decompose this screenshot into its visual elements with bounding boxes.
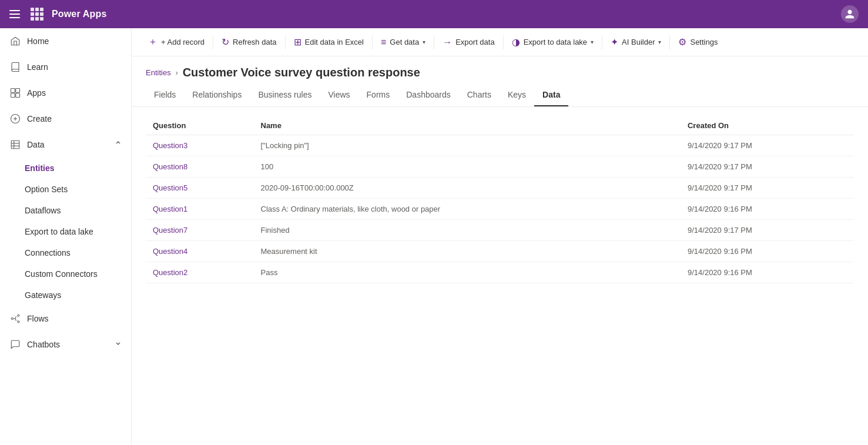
tab-forms[interactable]: Forms <box>358 84 398 106</box>
created-cell-6: 9/14/2020 9:16 PM <box>681 262 854 283</box>
get-data-icon: ≡ <box>381 37 386 48</box>
question-cell-2[interactable]: Question5 <box>146 178 254 199</box>
table-row: Question52020-09-16T00:00:00.000Z9/14/20… <box>146 178 854 199</box>
tab-views[interactable]: Views <box>320 84 358 106</box>
name-cell-2: 2020-09-16T00:00:00.000Z <box>254 178 681 199</box>
entities-label: Entities <box>25 163 55 173</box>
sidebar-item-apps[interactable]: Apps <box>0 80 131 106</box>
refresh-data-button[interactable]: ↻ Refresh data <box>215 31 283 54</box>
question-cell-3[interactable]: Question1 <box>146 199 254 220</box>
export-data-lake-label: Export to data lake <box>25 227 93 236</box>
data-chevron-icon <box>115 140 122 149</box>
sidebar-sub-item-export-data-lake[interactable]: Export to data lake <box>0 221 131 242</box>
name-cell-0: ["Locking pin"] <box>254 135 681 156</box>
ai-builder-chevron: ▾ <box>658 39 661 45</box>
sidebar-item-flows-label: Flows <box>27 314 49 323</box>
breadcrumb-entities-link[interactable]: Entities <box>146 68 171 77</box>
get-data-button[interactable]: ≡ Get data ▾ <box>374 31 433 54</box>
export-data-label: Export data <box>455 38 495 46</box>
tabs-bar: Fields Relationships Business rules View… <box>132 84 868 107</box>
settings-button[interactable]: ⚙ Settings <box>671 31 725 54</box>
col-header-name[interactable]: Name <box>254 116 681 135</box>
settings-label: Settings <box>690 38 718 46</box>
data-icon <box>9 139 21 150</box>
option-sets-label: Option Sets <box>25 185 68 194</box>
tab-fields[interactable]: Fields <box>146 84 184 106</box>
app-logo-area[interactable]: Power Apps <box>9 8 106 21</box>
tab-charts[interactable]: Charts <box>459 84 500 106</box>
app-title: Power Apps <box>52 9 106 19</box>
created-cell-1: 9/14/2020 9:17 PM <box>681 156 854 178</box>
question-cell-1[interactable]: Question8 <box>146 156 254 178</box>
created-cell-3: 9/14/2020 9:16 PM <box>681 199 854 220</box>
ai-builder-button[interactable]: ✦ AI Builder ▾ <box>604 31 668 54</box>
question-cell-6[interactable]: Question2 <box>146 262 254 283</box>
svg-point-13 <box>18 321 19 323</box>
tab-dashboards[interactable]: Dashboards <box>398 84 459 106</box>
name-cell-5: Measurement kit <box>254 241 681 262</box>
created-cell-5: 9/14/2020 9:16 PM <box>681 241 854 262</box>
data-table: Question Name Created On Question3["Lock… <box>146 116 854 283</box>
tab-relationships[interactable]: Relationships <box>184 84 250 106</box>
add-record-label: + Add record <box>161 38 205 46</box>
tab-keys[interactable]: Keys <box>500 84 534 106</box>
sidebar-sub-item-entities[interactable]: Entities <box>0 158 131 179</box>
sidebar-sub-item-connections[interactable]: Connections <box>0 242 131 263</box>
hamburger-menu-icon[interactable] <box>9 10 20 18</box>
col-header-created[interactable]: Created On <box>681 116 854 135</box>
sidebar-sub-item-custom-connectors[interactable]: Custom Connectors <box>0 263 131 285</box>
name-cell-4: Finished <box>254 220 681 241</box>
sidebar-item-chatbots-label: Chatbots <box>27 340 60 349</box>
export-data-lake-label: Export to data lake <box>524 38 587 46</box>
sidebar-item-home-label: Home <box>27 36 49 46</box>
created-cell-2: 9/14/2020 9:17 PM <box>681 178 854 199</box>
sidebar-item-create-label: Create <box>27 114 52 123</box>
table-row: Question2Pass9/14/2020 9:16 PM <box>146 262 854 283</box>
main-layout: Home Learn Apps Create Data <box>0 28 868 445</box>
tab-business-rules[interactable]: Business rules <box>250 84 320 106</box>
sidebar-item-data[interactable]: Data <box>0 132 131 158</box>
col-header-question[interactable]: Question <box>146 116 254 135</box>
tab-data[interactable]: Data <box>534 84 568 106</box>
svg-point-12 <box>18 314 19 316</box>
home-icon <box>9 35 21 47</box>
export-data-button[interactable]: → Export data <box>435 31 502 54</box>
data-lake-chevron: ▾ <box>591 39 594 45</box>
edit-excel-label: Edit data in Excel <box>305 38 364 46</box>
svg-rect-3 <box>16 93 20 98</box>
question-cell-5[interactable]: Question4 <box>146 241 254 262</box>
edit-excel-button[interactable]: ⊞ Edit data in Excel <box>287 31 371 54</box>
export-data-icon: → <box>443 37 452 48</box>
sidebar-item-flows[interactable]: Flows <box>0 306 131 332</box>
sidebar-sub-item-option-sets[interactable]: Option Sets <box>0 179 131 200</box>
sidebar-item-create[interactable]: Create <box>0 106 131 132</box>
sidebar-item-home[interactable]: Home <box>0 28 131 54</box>
created-cell-0: 9/14/2020 9:17 PM <box>681 135 854 156</box>
table-row: Question3["Locking pin"]9/14/2020 9:17 P… <box>146 135 854 156</box>
toolbar-sep-1 <box>213 35 213 49</box>
toolbar-sep-7 <box>669 35 670 49</box>
toolbar-sep-5 <box>503 35 504 49</box>
sidebar-sub-item-dataflows[interactable]: Dataflows <box>0 200 131 221</box>
sidebar-item-learn[interactable]: Learn <box>0 54 131 80</box>
user-avatar[interactable] <box>841 5 859 23</box>
top-bar: Power Apps <box>0 0 868 28</box>
refresh-icon: ↻ <box>222 36 229 48</box>
ai-builder-label: AI Builder <box>622 38 655 46</box>
add-record-icon: ＋ <box>148 36 157 48</box>
export-data-lake-button[interactable]: ◑ Export to data lake ▾ <box>505 31 601 54</box>
question-cell-0[interactable]: Question3 <box>146 135 254 156</box>
get-data-chevron: ▾ <box>423 39 425 45</box>
sidebar-item-learn-label: Learn <box>27 62 48 72</box>
sidebar-item-chatbots[interactable]: Chatbots <box>0 332 131 357</box>
waffle-icon[interactable] <box>31 8 43 21</box>
add-record-button[interactable]: ＋ + Add record <box>141 31 212 54</box>
book-icon <box>9 61 21 73</box>
question-cell-4[interactable]: Question7 <box>146 220 254 241</box>
dataflows-label: Dataflows <box>25 206 61 215</box>
settings-icon: ⚙ <box>678 36 686 48</box>
breadcrumb-current-page: Customer Voice survey question response <box>183 66 420 79</box>
sidebar-sub-item-gateways[interactable]: Gateways <box>0 285 131 306</box>
toolbar: ＋ + Add record ↻ Refresh data ⊞ Edit dat… <box>132 28 868 56</box>
sidebar: Home Learn Apps Create Data <box>0 28 132 445</box>
